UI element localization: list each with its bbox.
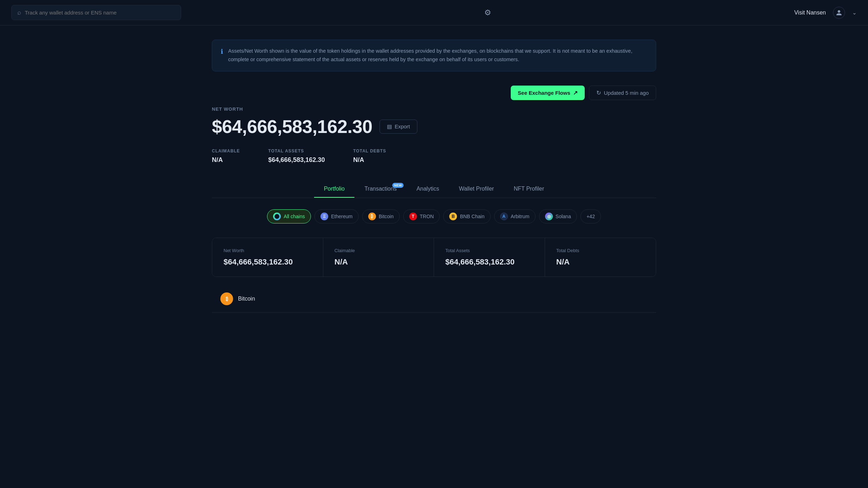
see-exchange-flows-button[interactable]: See Exchange Flows ↗ (511, 86, 585, 100)
bnb-chain-icon: B (449, 213, 457, 220)
ethereum-chain-icon: Ξ (320, 213, 328, 220)
net-worth-value: $64,666,583,162.30 (212, 116, 372, 137)
chain-filter-tron[interactable]: TTRON (403, 209, 440, 223)
net-worth-value-row: $64,666,583,162.30 ▤ Export (212, 116, 656, 137)
summary-cards: Net Worth$64,666,583,162.30ClaimableN/AT… (212, 238, 656, 277)
solana-chain-icon: ◎ (545, 213, 553, 220)
export-label: Export (395, 123, 410, 129)
export-button[interactable]: ▤ Export (380, 120, 417, 134)
portfolio-table: ₿Bitcoin (212, 285, 656, 313)
total-debts-label: TOTAL DEBTS (353, 149, 386, 153)
summary-card-value-0: $64,666,583,162.30 (224, 257, 312, 267)
summary-card-2: Total Assets$64,666,583,162.30 (434, 238, 545, 277)
arbitrum-chain-icon: A (500, 213, 508, 220)
user-avatar[interactable] (833, 7, 845, 19)
stats-row: CLAIMABLE N/A TOTAL ASSETS $64,666,583,1… (212, 149, 656, 164)
tron-chain-icon: T (409, 213, 417, 220)
summary-card-3: Total DebtsN/A (545, 238, 656, 277)
chain-filter-solana[interactable]: ◎Solana (539, 209, 577, 223)
chain-filter-bnb[interactable]: BBNB Chain (443, 209, 490, 223)
chain-label-tron: TRON (420, 214, 434, 219)
stat-total-assets: TOTAL ASSETS $64,666,583,162.30 (268, 149, 325, 164)
tab-nft-profiler[interactable]: NFT Profiler (504, 181, 554, 198)
chain-filter-arbitrum[interactable]: AArbitrum (494, 209, 536, 223)
tab-portfolio[interactable]: Portfolio (314, 181, 355, 198)
chain-label-arbitrum: Arbitrum (511, 214, 530, 219)
export-doc-icon: ▤ (387, 123, 392, 130)
net-worth-label: NET WORTH (212, 106, 656, 112)
more-chains-button[interactable]: +42 (580, 209, 601, 223)
header: ⌕ ⚙ Visit Nansen ⌄ (0, 0, 868, 25)
external-link-icon: ↗ (573, 89, 578, 96)
asset-name-0: Bitcoin (238, 296, 255, 302)
total-assets-value: $64,666,583,162.30 (268, 156, 325, 164)
summary-card-value-3: N/A (556, 257, 645, 267)
search-input[interactable] (25, 10, 175, 16)
chain-label-ethereum: Ethereum (331, 214, 353, 219)
info-banner-text: Assets/Net Worth shown is the value of t… (228, 47, 647, 64)
chain-filter-ethereum[interactable]: ΞEthereum (314, 209, 359, 223)
updated-label: Updated 5 min ago (604, 90, 649, 96)
total-debts-value: N/A (353, 156, 386, 164)
stat-total-debts: TOTAL DEBTS N/A (353, 149, 386, 164)
tab-transactions[interactable]: TransactionsNEW (354, 181, 406, 198)
chain-label-all: All chains (284, 214, 305, 219)
visit-nansen-link[interactable]: Visit Nansen (794, 10, 826, 16)
chain-label-solana: Solana (556, 214, 571, 219)
header-right: Visit Nansen ⌄ (794, 7, 857, 19)
summary-card-label-1: Claimable (335, 248, 423, 253)
search-icon: ⌕ (17, 9, 21, 16)
summary-card-1: ClaimableN/A (323, 238, 434, 277)
summary-card-label-3: Total Debts (556, 248, 645, 253)
tabs-container: PortfolioTransactionsNEWAnalyticsWallet … (212, 181, 656, 198)
tab-wallet-profiler[interactable]: Wallet Profiler (449, 181, 504, 198)
search-container[interactable]: ⌕ (11, 5, 181, 20)
summary-card-0: Net Worth$64,666,583,162.30 (212, 238, 323, 277)
all-chain-icon (273, 213, 281, 220)
tab-new-badge: NEW (392, 183, 404, 188)
chain-filters: All chainsΞEthereum₿BitcoinTTRONBBNB Cha… (212, 209, 656, 223)
summary-card-label-2: Total Assets (445, 248, 533, 253)
chain-filter-bitcoin[interactable]: ₿Bitcoin (362, 209, 400, 223)
see-exchange-flows-label: See Exchange Flows (518, 90, 570, 96)
chain-filter-all[interactable]: All chains (267, 209, 311, 223)
summary-card-value-1: N/A (335, 257, 423, 267)
stat-claimable: CLAIMABLE N/A (212, 149, 240, 164)
net-worth-header: See Exchange Flows ↗ ↻ Updated 5 min ago (212, 86, 656, 100)
bitcoin-chain-icon: ₿ (368, 213, 376, 220)
refresh-icon: ↻ (596, 89, 601, 96)
main-content: ℹ Assets/Net Worth shown is the value of… (201, 25, 667, 327)
settings-icon[interactable]: ⚙ (484, 8, 491, 17)
chain-label-bnb: BNB Chain (460, 214, 484, 219)
chain-label-bitcoin: Bitcoin (379, 214, 394, 219)
portfolio-row-0[interactable]: ₿Bitcoin (212, 285, 656, 313)
chevron-down-icon[interactable]: ⌄ (852, 9, 857, 16)
claimable-value: N/A (212, 156, 240, 164)
summary-card-value-2: $64,666,583,162.30 (445, 257, 533, 267)
asset-icon-0: ₿ (220, 292, 233, 305)
tabs: PortfolioTransactionsNEWAnalyticsWallet … (212, 181, 656, 198)
info-banner: ℹ Assets/Net Worth shown is the value of… (212, 40, 656, 71)
summary-card-label-0: Net Worth (224, 248, 312, 253)
updated-button[interactable]: ↻ Updated 5 min ago (589, 86, 656, 100)
tab-analytics[interactable]: Analytics (406, 181, 449, 198)
info-icon: ℹ (221, 48, 223, 64)
total-assets-label: TOTAL ASSETS (268, 149, 325, 153)
claimable-label: CLAIMABLE (212, 149, 240, 153)
